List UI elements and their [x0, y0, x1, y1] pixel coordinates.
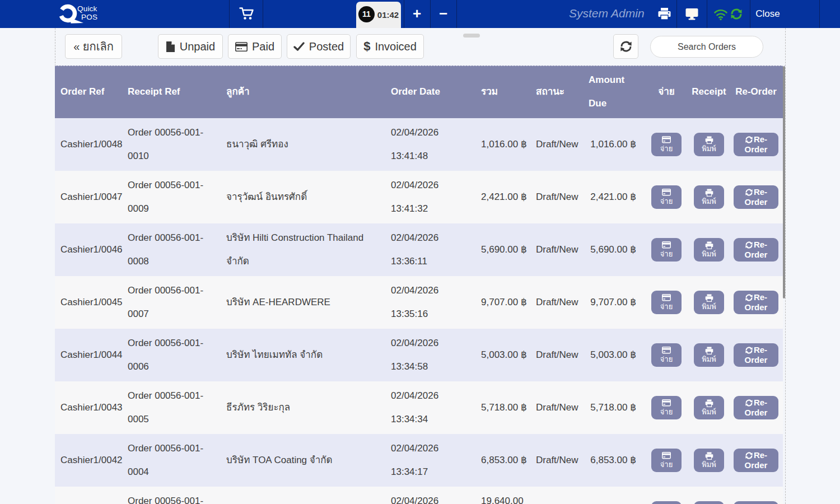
nav-divider: [676, 0, 677, 28]
cancel-button[interactable]: « ยกเลิก: [65, 34, 122, 59]
cell-status: [529, 487, 585, 504]
pay-button[interactable]: จ่าย: [651, 449, 682, 472]
order-row: Cashier1/0046Order 00056-001-0008บริษัท …: [55, 223, 783, 276]
pay-label: จ่าย: [660, 144, 673, 153]
cell-re-order: Re-Order: [729, 171, 783, 223]
cell-pay: จ่าย: [644, 434, 689, 487]
re-order-label: Re-: [754, 240, 767, 250]
print-receipt-button[interactable]: พิมพ์: [694, 449, 724, 472]
sync-icon[interactable]: [730, 0, 743, 28]
monitor-icon[interactable]: [685, 0, 698, 28]
pay-button[interactable]: จ่าย: [651, 185, 682, 209]
re-order-button[interactable]: Re-Order: [734, 133, 778, 156]
cell-receipt-ref: Order 00056-001-0005: [122, 381, 221, 434]
search-input[interactable]: [650, 36, 763, 58]
cell-receipt-ref: Order 00056-001-0010: [122, 118, 221, 171]
cell-pay: จ่าย: [644, 329, 689, 381]
column-header-status: สถานะ: [529, 66, 585, 118]
cell-status: Draft/New: [529, 276, 585, 329]
pay-button[interactable]: จ่าย: [651, 133, 682, 156]
nav-divider: [707, 0, 707, 28]
column-header-order-ref: Order Ref: [55, 66, 122, 118]
print-receipt-button[interactable]: พิมพ์: [694, 396, 724, 419]
cell-order-ref: Cashier1/0047: [55, 171, 122, 223]
plus-button[interactable]: +: [404, 0, 430, 28]
column-header-amount-due: AmountDue: [585, 66, 644, 118]
credit-card-icon: [662, 347, 671, 355]
printer-icon[interactable]: [657, 0, 671, 28]
re-order-button[interactable]: Re-Order: [734, 396, 778, 419]
re-order-button[interactable]: Re-Order: [734, 501, 778, 504]
pay-label: จ่าย: [660, 302, 673, 311]
cell-status: Draft/New: [529, 434, 585, 487]
column-header-re-order: Re-Order: [729, 66, 783, 118]
cell-re-order: Re-Order: [729, 329, 783, 381]
re-order-label-line2: Order: [745, 408, 768, 418]
cell-order-date: 02/04/202613:36:11: [386, 223, 473, 276]
refresh-icon: [745, 241, 753, 249]
re-order-button[interactable]: Re-Order: [734, 185, 778, 209]
re-order-button[interactable]: Re-Order: [734, 343, 778, 367]
cell-order-ref: [55, 487, 122, 504]
refresh-orders-button[interactable]: [613, 34, 638, 59]
cell-pay: จ่าย: [644, 276, 689, 329]
close-button[interactable]: Close: [750, 0, 786, 28]
cell-receipt-ref: Order 00056-001-0004: [122, 434, 221, 487]
re-order-label-line2: Order: [745, 460, 768, 470]
filter-invoiced-button[interactable]: $ Invoiced: [356, 34, 424, 59]
cell-customer: ธีรภัทร วิริยะกุล: [221, 381, 386, 434]
cell-customer: จารุวัฒน์ อินทรศักดิ์: [221, 171, 386, 223]
printer-icon: [705, 189, 713, 197]
print-receipt-button[interactable]: พิมพ์: [694, 291, 724, 314]
nav-divider: [263, 0, 263, 28]
print-receipt-button[interactable]: พิมพ์: [694, 185, 724, 209]
print-label: พิมพ์: [702, 144, 716, 153]
table-scrollbar-thumb[interactable]: [783, 66, 785, 298]
timer-time: 01:42: [376, 2, 400, 28]
credit-card-icon: [662, 241, 671, 250]
credit-card-icon: [662, 294, 671, 302]
cell-receipt-ref: Order 00056-001-0008: [122, 223, 221, 276]
quickpos-logo: Quick POS: [57, 1, 124, 27]
cart-icon[interactable]: [239, 0, 254, 28]
refresh-icon: [745, 346, 753, 354]
invoiced-label: Invoiced: [375, 40, 417, 53]
re-order-label-line2: Order: [745, 250, 768, 260]
printer-icon: [705, 241, 713, 250]
re-order-button[interactable]: Re-Order: [734, 238, 778, 262]
cell-re-order: Re-Order: [729, 381, 783, 434]
print-receipt-button[interactable]: พิมพ์: [694, 238, 724, 262]
order-row: Order 00056-001- 02/04/2026 19,640.00 จ่…: [55, 487, 783, 504]
cell-receipt: พิมพ์: [689, 329, 729, 381]
pay-button[interactable]: จ่าย: [651, 343, 682, 367]
cell-customer: บริษัท Hilti Construction Thailandจำกัด: [221, 223, 386, 276]
pay-button[interactable]: จ่าย: [651, 501, 682, 504]
re-order-button[interactable]: Re-Order: [734, 291, 778, 314]
column-header-order-date: Order Date: [386, 66, 473, 118]
cell-customer: บริษัท TOA Coating จำกัด: [221, 434, 386, 487]
filter-unpaid-button[interactable]: Unpaid: [158, 34, 223, 59]
print-receipt-button[interactable]: พิมพ์: [694, 133, 724, 156]
pay-button[interactable]: จ่าย: [651, 396, 682, 419]
minus-button[interactable]: −: [430, 0, 456, 28]
cell-order-ref: Cashier1/0045: [55, 276, 122, 329]
pay-button[interactable]: จ่าย: [651, 291, 682, 314]
filter-paid-button[interactable]: Paid: [228, 34, 282, 59]
print-label: พิมพ์: [702, 408, 716, 416]
print-receipt-button[interactable]: พิมพ์: [694, 501, 724, 504]
filter-posted-button[interactable]: Posted: [287, 34, 351, 59]
timer-tab[interactable]: 11 01:42: [356, 2, 401, 28]
print-receipt-button[interactable]: พิมพ์: [694, 343, 724, 367]
cell-receipt-ref: Order 00056-001-0009: [122, 171, 221, 223]
order-row: Cashier1/0048Order 00056-001-0010ธนาวุฒิ…: [55, 118, 783, 171]
re-order-label: Re-: [754, 345, 767, 355]
cell-order-date: 02/04/202613:35:16: [386, 276, 473, 329]
cell-order-ref: Cashier1/0044: [55, 329, 122, 381]
cell-re-order: Re-Order: [729, 276, 783, 329]
nav-divider: [819, 0, 820, 28]
re-order-button[interactable]: Re-Order: [734, 449, 778, 472]
pay-button[interactable]: จ่าย: [651, 238, 682, 262]
orders-table: Order RefReceipt Refลูกค้าOrder Dateรวมส…: [55, 66, 783, 504]
posted-label: Posted: [309, 40, 344, 53]
cell-amount-due: [585, 487, 644, 504]
